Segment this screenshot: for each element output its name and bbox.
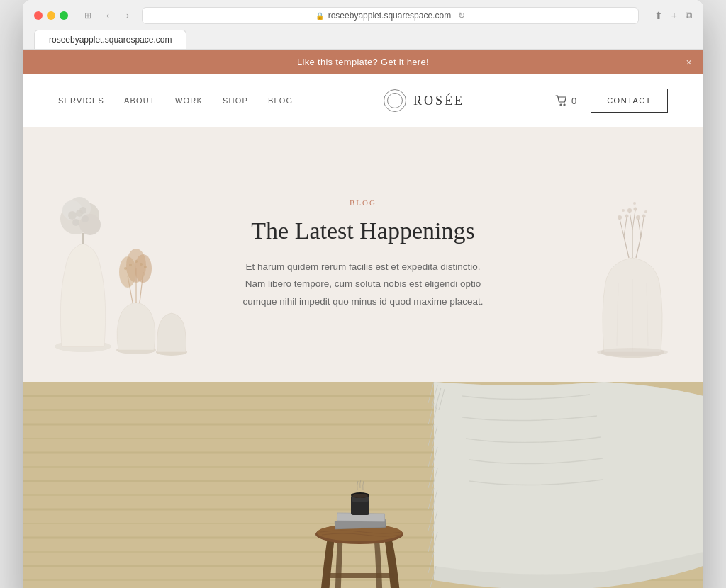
tabs-icon[interactable]: ⧉ [686, 10, 692, 21]
nav-shop[interactable]: SHOP [223, 96, 248, 105]
svg-point-45 [627, 208, 632, 213]
minimize-button[interactable] [47, 11, 55, 20]
announcement-close-button[interactable]: × [686, 57, 692, 68]
cozy-room-scene [23, 382, 703, 588]
cart-count: 0 [571, 96, 576, 106]
svg-rect-89 [328, 573, 394, 578]
svg-point-25 [140, 263, 143, 266]
nav-logo: ROSÉE [293, 89, 555, 112]
logo-text: ROSÉE [413, 94, 464, 108]
hero-title: The Latest Happenings [235, 217, 491, 246]
browser-tabs: roseebyapplet.squarespace.com [34, 30, 692, 49]
svg-point-48 [642, 215, 646, 218]
svg-point-47 [636, 215, 640, 220]
nav-services[interactable]: SERVICES [58, 96, 104, 105]
new-tab-icon[interactable]: + [671, 10, 677, 21]
nav-work[interactable]: WORK [175, 96, 203, 105]
site-content: Like this template? Get it here! × SERVI… [23, 50, 703, 588]
hero-section-label: BLOG [235, 198, 491, 207]
svg-point-9 [68, 211, 77, 220]
svg-point-13 [79, 207, 86, 214]
svg-point-51 [644, 210, 647, 213]
svg-point-21 [135, 254, 152, 283]
svg-point-49 [622, 209, 625, 212]
cart-button[interactable]: 0 [555, 95, 576, 106]
svg-point-11 [82, 215, 89, 222]
browser-chrome: ⊞ ‹ › 🔒 roseebyapplet.squarespace.com ↻ … [23, 0, 703, 50]
vases-right-decoration [562, 127, 703, 382]
sidebar-toggle[interactable]: ⊞ [81, 9, 95, 23]
nav-about[interactable]: ABOUT [124, 96, 155, 105]
svg-point-23 [129, 264, 132, 266]
svg-point-43 [618, 215, 622, 220]
back-button[interactable]: ‹ [101, 9, 115, 23]
blog-post-image [23, 382, 703, 588]
hero-section: BLOG The Latest Happenings Et harum quid… [23, 127, 703, 382]
contact-button[interactable]: CONTACT [591, 89, 668, 113]
nav-right: 0 CONTACT [555, 89, 668, 113]
svg-point-12 [72, 219, 79, 226]
svg-point-1 [564, 104, 565, 106]
forward-button[interactable]: › [121, 9, 135, 23]
nav-left: SERVICES ABOUT WORK SHOP BLOG [58, 96, 293, 105]
hero-description: Et harum quidem rerum facilis est et exp… [235, 259, 491, 310]
svg-point-50 [633, 202, 636, 205]
address-bar[interactable]: 🔒 roseebyapplet.squarespace.com ↻ [142, 7, 639, 24]
announcement-bar: Like this template? Get it here! × [23, 50, 703, 74]
traffic-lights [34, 11, 68, 20]
active-tab[interactable]: roseebyapplet.squarespace.com [34, 30, 186, 49]
svg-point-22 [124, 267, 127, 270]
svg-point-24 [135, 260, 138, 263]
browser-window: ⊞ ‹ › 🔒 roseebyapplet.squarespace.com ↻ … [23, 0, 703, 588]
fullscreen-button[interactable] [60, 11, 68, 20]
lock-icon: 🔒 [315, 12, 324, 20]
logo-icon [384, 89, 406, 112]
svg-point-33 [597, 348, 668, 356]
nav-blog[interactable]: BLOG [268, 96, 293, 105]
site-nav: SERVICES ABOUT WORK SHOP BLOG ROSÉE 0 [23, 74, 703, 127]
browser-actions: ⬆ + ⧉ [654, 10, 692, 21]
svg-point-99 [352, 494, 368, 498]
close-button[interactable] [34, 11, 43, 20]
share-icon[interactable]: ⬆ [654, 10, 663, 21]
svg-point-46 [634, 208, 637, 211]
cart-icon [555, 95, 568, 106]
url-text: roseebyapplet.squarespace.com [328, 11, 451, 21]
svg-point-26 [144, 266, 147, 268]
announcement-text: Like this template? Get it here! [297, 57, 429, 67]
hero-text-block: BLOG The Latest Happenings Et harum quid… [193, 170, 533, 339]
svg-point-44 [625, 215, 629, 218]
browser-nav: ⊞ ‹ › [81, 9, 135, 23]
svg-point-0 [560, 104, 562, 106]
refresh-icon[interactable]: ↻ [458, 11, 465, 21]
